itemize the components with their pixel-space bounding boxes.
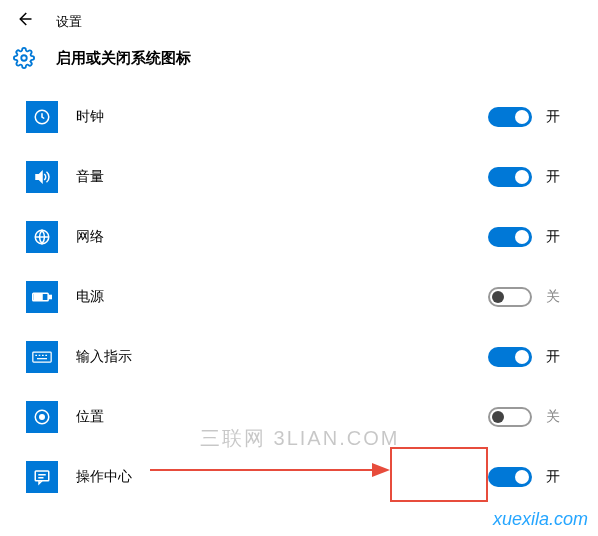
- svg-point-1: [21, 55, 27, 61]
- svg-point-16: [40, 415, 45, 420]
- toggle-clock[interactable]: [488, 107, 532, 127]
- list-item-clock: 时钟 开: [26, 87, 574, 147]
- svg-rect-17: [35, 471, 49, 481]
- volume-icon: [26, 161, 58, 193]
- list-item-location: 位置 关: [26, 387, 574, 447]
- item-label: 操作中心: [76, 468, 470, 486]
- page-header: 启用或关闭系统图标: [0, 39, 598, 87]
- keyboard-icon: [26, 341, 58, 373]
- toggle-power[interactable]: [488, 287, 532, 307]
- toggle-network[interactable]: [488, 227, 532, 247]
- title-bar: 设置: [0, 0, 598, 39]
- watermark-corner: xuexila.com: [493, 509, 588, 530]
- back-button[interactable]: [12, 10, 36, 33]
- item-label: 电源: [76, 288, 470, 306]
- toggle-state-label: 开: [546, 168, 560, 186]
- window-title: 设置: [56, 13, 82, 31]
- toggle-state-label: 开: [546, 108, 560, 126]
- toggle-state-label: 开: [546, 228, 560, 246]
- network-icon: [26, 221, 58, 253]
- item-label: 网络: [76, 228, 470, 246]
- system-icons-list: 时钟 开 音量 开 网络 开 电源 关: [0, 87, 598, 507]
- toggle-state-label: 关: [546, 288, 560, 306]
- svg-rect-8: [34, 295, 42, 300]
- list-item-network: 网络 开: [26, 207, 574, 267]
- list-item-volume: 音量 开: [26, 147, 574, 207]
- svg-rect-7: [49, 295, 51, 298]
- svg-marker-3: [36, 172, 42, 183]
- toggle-input-indicator[interactable]: [488, 347, 532, 367]
- svg-rect-9: [33, 352, 51, 362]
- action-center-icon: [26, 461, 58, 493]
- item-label: 音量: [76, 168, 470, 186]
- page-title: 启用或关闭系统图标: [56, 49, 191, 68]
- gear-icon: [12, 47, 36, 69]
- clock-icon: [26, 101, 58, 133]
- item-label: 输入指示: [76, 348, 470, 366]
- toggle-state-label: 关: [546, 408, 560, 426]
- list-item-action-center: 操作中心 开: [26, 447, 574, 507]
- location-icon: [26, 401, 58, 433]
- power-icon: [26, 281, 58, 313]
- toggle-location[interactable]: [488, 407, 532, 427]
- list-item-input-indicator: 输入指示 开: [26, 327, 574, 387]
- list-item-power: 电源 关: [26, 267, 574, 327]
- item-label: 位置: [76, 408, 470, 426]
- toggle-state-label: 开: [546, 468, 560, 486]
- toggle-volume[interactable]: [488, 167, 532, 187]
- toggle-action-center[interactable]: [488, 467, 532, 487]
- item-label: 时钟: [76, 108, 470, 126]
- toggle-state-label: 开: [546, 348, 560, 366]
